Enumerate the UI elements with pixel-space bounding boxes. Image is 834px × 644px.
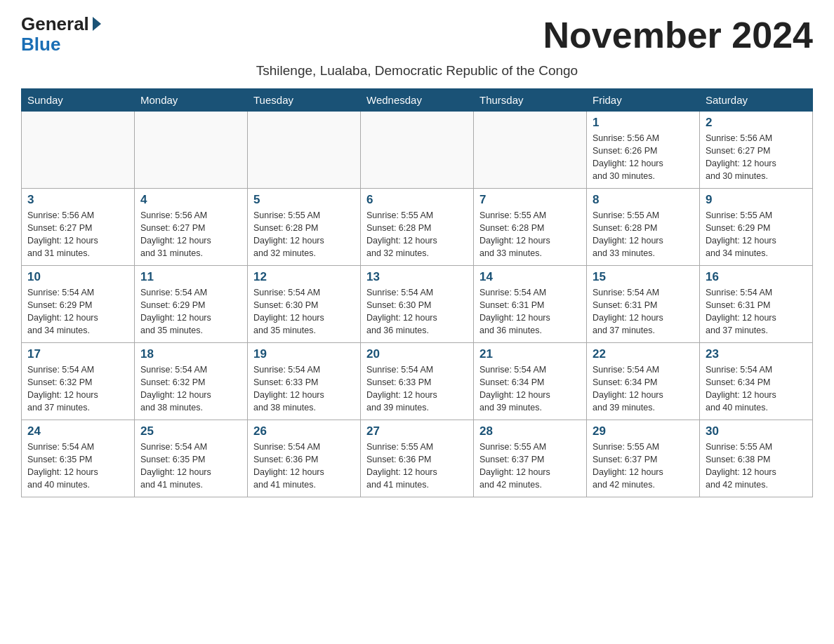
- day-info: Sunrise: 5:55 AMSunset: 6:28 PMDaylight:…: [479, 209, 581, 260]
- calendar-week-row: 24Sunrise: 5:54 AMSunset: 6:35 PMDayligh…: [22, 420, 813, 497]
- calendar-week-row: 17Sunrise: 5:54 AMSunset: 6:32 PMDayligh…: [22, 343, 813, 420]
- calendar-cell: 30Sunrise: 5:55 AMSunset: 6:38 PMDayligh…: [700, 420, 813, 497]
- day-info: Sunrise: 5:54 AMSunset: 6:30 PMDaylight:…: [366, 286, 468, 337]
- day-info: Sunrise: 5:54 AMSunset: 6:32 PMDaylight:…: [27, 363, 128, 415]
- day-info: Sunrise: 5:54 AMSunset: 6:34 PMDaylight:…: [479, 363, 581, 415]
- day-info: Sunrise: 5:54 AMSunset: 6:36 PMDaylight:…: [253, 441, 355, 492]
- day-number: 26: [253, 424, 355, 438]
- day-info: Sunrise: 5:54 AMSunset: 6:32 PMDaylight:…: [140, 363, 241, 415]
- day-header-thursday: Thursday: [474, 89, 587, 112]
- calendar-table: SundayMondayTuesdayWednesdayThursdayFrid…: [21, 88, 813, 497]
- calendar-cell: 15Sunrise: 5:54 AMSunset: 6:31 PMDayligh…: [587, 266, 700, 343]
- day-info: Sunrise: 5:55 AMSunset: 6:28 PMDaylight:…: [253, 209, 355, 260]
- day-info: Sunrise: 5:56 AMSunset: 6:27 PMDaylight:…: [27, 209, 128, 260]
- calendar-cell: [361, 112, 474, 189]
- calendar-cell: 12Sunrise: 5:54 AMSunset: 6:30 PMDayligh…: [248, 266, 361, 343]
- day-info: Sunrise: 5:54 AMSunset: 6:34 PMDaylight:…: [706, 363, 807, 415]
- day-number: 30: [706, 424, 807, 438]
- calendar-cell: [22, 112, 135, 189]
- calendar-cell: 21Sunrise: 5:54 AMSunset: 6:34 PMDayligh…: [474, 343, 587, 420]
- logo: General Blue: [21, 14, 101, 54]
- day-info: Sunrise: 5:55 AMSunset: 6:38 PMDaylight:…: [706, 441, 807, 492]
- calendar-cell: 25Sunrise: 5:54 AMSunset: 6:35 PMDayligh…: [135, 420, 248, 497]
- logo-general-text: General: [21, 14, 89, 34]
- day-number: 23: [706, 347, 807, 361]
- day-info: Sunrise: 5:54 AMSunset: 6:31 PMDaylight:…: [479, 286, 581, 337]
- day-number: 15: [593, 270, 694, 284]
- calendar-cell: 4Sunrise: 5:56 AMSunset: 6:27 PMDaylight…: [135, 189, 248, 266]
- calendar-cell: 26Sunrise: 5:54 AMSunset: 6:36 PMDayligh…: [248, 420, 361, 497]
- day-number: 9: [706, 193, 807, 207]
- day-number: 25: [140, 424, 241, 438]
- calendar-cell: 20Sunrise: 5:54 AMSunset: 6:33 PMDayligh…: [361, 343, 474, 420]
- calendar-header-row: SundayMondayTuesdayWednesdayThursdayFrid…: [22, 89, 813, 112]
- day-info: Sunrise: 5:56 AMSunset: 6:27 PMDaylight:…: [140, 209, 241, 260]
- calendar-week-row: 10Sunrise: 5:54 AMSunset: 6:29 PMDayligh…: [22, 266, 813, 343]
- calendar-cell: 13Sunrise: 5:54 AMSunset: 6:30 PMDayligh…: [361, 266, 474, 343]
- day-number: 13: [366, 270, 468, 284]
- calendar-cell: 9Sunrise: 5:55 AMSunset: 6:29 PMDaylight…: [700, 189, 813, 266]
- day-info: Sunrise: 5:55 AMSunset: 6:28 PMDaylight:…: [593, 209, 694, 260]
- day-header-friday: Friday: [587, 89, 700, 112]
- day-info: Sunrise: 5:55 AMSunset: 6:36 PMDaylight:…: [366, 441, 468, 492]
- day-header-wednesday: Wednesday: [361, 89, 474, 112]
- day-info: Sunrise: 5:54 AMSunset: 6:31 PMDaylight:…: [706, 286, 807, 337]
- calendar-cell: 29Sunrise: 5:55 AMSunset: 6:37 PMDayligh…: [587, 420, 700, 497]
- day-info: Sunrise: 5:55 AMSunset: 6:29 PMDaylight:…: [706, 209, 807, 260]
- month-title: November 2024: [543, 14, 813, 56]
- day-number: 7: [479, 193, 581, 207]
- calendar-cell: 1Sunrise: 5:56 AMSunset: 6:26 PMDaylight…: [587, 112, 700, 189]
- day-info: Sunrise: 5:56 AMSunset: 6:27 PMDaylight:…: [706, 132, 807, 183]
- day-header-saturday: Saturday: [700, 89, 813, 112]
- calendar-cell: 19Sunrise: 5:54 AMSunset: 6:33 PMDayligh…: [248, 343, 361, 420]
- day-number: 29: [593, 424, 694, 438]
- day-number: 12: [253, 270, 355, 284]
- calendar-cell: 10Sunrise: 5:54 AMSunset: 6:29 PMDayligh…: [22, 266, 135, 343]
- calendar-week-row: 3Sunrise: 5:56 AMSunset: 6:27 PMDaylight…: [22, 189, 813, 266]
- calendar-cell: 8Sunrise: 5:55 AMSunset: 6:28 PMDaylight…: [587, 189, 700, 266]
- calendar-cell: [248, 112, 361, 189]
- day-info: Sunrise: 5:56 AMSunset: 6:26 PMDaylight:…: [593, 132, 694, 183]
- calendar-cell: 16Sunrise: 5:54 AMSunset: 6:31 PMDayligh…: [700, 266, 813, 343]
- day-number: 27: [366, 424, 468, 438]
- day-number: 2: [706, 116, 807, 130]
- calendar-cell: 11Sunrise: 5:54 AMSunset: 6:29 PMDayligh…: [135, 266, 248, 343]
- calendar-cell: 3Sunrise: 5:56 AMSunset: 6:27 PMDaylight…: [22, 189, 135, 266]
- day-number: 10: [27, 270, 128, 284]
- calendar-cell: 17Sunrise: 5:54 AMSunset: 6:32 PMDayligh…: [22, 343, 135, 420]
- day-number: 14: [479, 270, 581, 284]
- day-number: 22: [593, 347, 694, 361]
- day-info: Sunrise: 5:54 AMSunset: 6:29 PMDaylight:…: [140, 286, 241, 337]
- day-number: 6: [366, 193, 468, 207]
- calendar-week-row: 1Sunrise: 5:56 AMSunset: 6:26 PMDaylight…: [22, 112, 813, 189]
- calendar-cell: 6Sunrise: 5:55 AMSunset: 6:28 PMDaylight…: [361, 189, 474, 266]
- day-info: Sunrise: 5:55 AMSunset: 6:37 PMDaylight:…: [479, 441, 581, 492]
- logo-blue-text: Blue: [21, 34, 60, 55]
- day-header-sunday: Sunday: [22, 89, 135, 112]
- day-number: 16: [706, 270, 807, 284]
- day-number: 21: [479, 347, 581, 361]
- day-info: Sunrise: 5:54 AMSunset: 6:35 PMDaylight:…: [140, 441, 241, 492]
- day-info: Sunrise: 5:54 AMSunset: 6:33 PMDaylight:…: [253, 363, 355, 415]
- day-info: Sunrise: 5:55 AMSunset: 6:28 PMDaylight:…: [366, 209, 468, 260]
- day-number: 8: [593, 193, 694, 207]
- day-info: Sunrise: 5:54 AMSunset: 6:35 PMDaylight:…: [27, 441, 128, 492]
- day-header-tuesday: Tuesday: [248, 89, 361, 112]
- day-number: 4: [140, 193, 241, 207]
- day-number: 11: [140, 270, 241, 284]
- day-number: 18: [140, 347, 241, 361]
- day-number: 3: [27, 193, 128, 207]
- calendar-cell: 2Sunrise: 5:56 AMSunset: 6:27 PMDaylight…: [700, 112, 813, 189]
- calendar-cell: 23Sunrise: 5:54 AMSunset: 6:34 PMDayligh…: [700, 343, 813, 420]
- day-number: 19: [253, 347, 355, 361]
- day-number: 20: [366, 347, 468, 361]
- day-info: Sunrise: 5:54 AMSunset: 6:33 PMDaylight:…: [366, 363, 468, 415]
- calendar-cell: [135, 112, 248, 189]
- day-header-monday: Monday: [135, 89, 248, 112]
- header: General Blue November 2024: [21, 14, 813, 56]
- day-info: Sunrise: 5:54 AMSunset: 6:34 PMDaylight:…: [593, 363, 694, 415]
- day-info: Sunrise: 5:54 AMSunset: 6:31 PMDaylight:…: [593, 286, 694, 337]
- logo-arrow-icon: [93, 17, 101, 31]
- calendar-cell: 18Sunrise: 5:54 AMSunset: 6:32 PMDayligh…: [135, 343, 248, 420]
- calendar-cell: 14Sunrise: 5:54 AMSunset: 6:31 PMDayligh…: [474, 266, 587, 343]
